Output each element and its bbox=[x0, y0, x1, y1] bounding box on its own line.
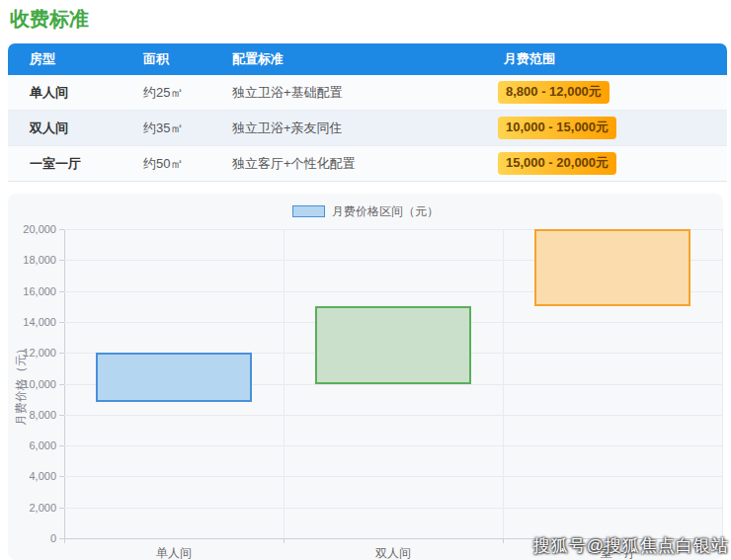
config-cell: 独立客厅+个性化配置 bbox=[210, 146, 482, 182]
y-axis-tick bbox=[59, 384, 64, 385]
header-room-type: 房型 bbox=[8, 43, 122, 75]
gridline bbox=[284, 229, 284, 538]
x-axis-tick bbox=[284, 538, 284, 543]
y-axis-tick bbox=[59, 260, 64, 261]
y-axis-tick bbox=[59, 353, 64, 354]
x-category-label: 双人间 bbox=[284, 545, 503, 560]
x-axis-tick bbox=[64, 538, 65, 543]
area-cell: 约25㎡ bbox=[122, 75, 210, 111]
gridline bbox=[722, 229, 723, 538]
chart-plot: 月费价格（元） 02,0004,0006,0008,00010,00012,00… bbox=[64, 229, 722, 538]
fee-badge: 15,000 - 20,000元 bbox=[498, 152, 616, 175]
x-category-label: 单人间 bbox=[64, 545, 284, 560]
header-fee-range: 月费范围 bbox=[482, 43, 727, 75]
header-config: 配置标准 bbox=[210, 43, 482, 75]
y-tick-label: 0 bbox=[5, 532, 56, 544]
y-axis-tick bbox=[59, 322, 64, 323]
range-bar-单人间[interactable] bbox=[96, 353, 252, 402]
range-bar-一室一厅[interactable] bbox=[534, 229, 690, 306]
table-row: 双人间 约35㎡ 独立卫浴+亲友同住 10,000 - 15,000元 bbox=[8, 111, 727, 146]
gridline bbox=[64, 476, 722, 477]
y-tick-label: 6,000 bbox=[5, 440, 56, 451]
fee-badge: 10,000 - 15,000元 bbox=[498, 117, 616, 139]
area-cell: 约50㎡ bbox=[122, 146, 210, 182]
fee-range-chart: 月费价格区间（元） 月费价格（元） 02,0004,0006,0008,0001… bbox=[8, 194, 723, 560]
gridline bbox=[64, 415, 722, 416]
legend-label: 月费价格区间（元） bbox=[332, 203, 439, 220]
x-axis-tick bbox=[503, 538, 504, 543]
y-axis-tick bbox=[59, 415, 64, 416]
y-axis-tick bbox=[59, 229, 64, 230]
gridline bbox=[64, 445, 722, 446]
fee-badge: 8,800 - 12,000元 bbox=[498, 81, 609, 104]
y-axis-tick bbox=[59, 476, 64, 477]
table-row: 一室一厅 约50㎡ 独立客厅+个性化配置 15,000 - 20,000元 bbox=[8, 146, 727, 182]
room-type-cell: 单人间 bbox=[8, 75, 122, 111]
room-type-cell: 一室一厅 bbox=[8, 146, 122, 182]
y-tick-label: 20,000 bbox=[5, 223, 56, 235]
chart-legend[interactable]: 月费价格区间（元） bbox=[8, 203, 723, 219]
y-tick-label: 10,000 bbox=[5, 378, 56, 390]
area-cell: 约35㎡ bbox=[122, 111, 210, 146]
gridline bbox=[503, 229, 504, 538]
y-tick-label: 8,000 bbox=[5, 409, 56, 421]
y-tick-label: 14,000 bbox=[5, 316, 56, 328]
fee-cell: 10,000 - 15,000元 bbox=[482, 111, 727, 146]
table-row: 单人间 约25㎡ 独立卫浴+基础配置 8,800 - 12,000元 bbox=[8, 75, 727, 111]
fee-cell: 15,000 - 20,000元 bbox=[482, 146, 727, 182]
fee-table: 房型 面积 配置标准 月费范围 单人间 约25㎡ 独立卫浴+基础配置 8,800… bbox=[8, 43, 727, 182]
y-axis-tick bbox=[59, 445, 64, 446]
range-bar-双人间[interactable] bbox=[315, 306, 471, 383]
y-tick-label: 18,000 bbox=[5, 254, 56, 266]
y-axis-tick bbox=[59, 291, 64, 292]
page-title: 收费标准 bbox=[10, 7, 731, 31]
gridline bbox=[64, 508, 722, 509]
legend-swatch-icon bbox=[292, 205, 325, 217]
table-header-row: 房型 面积 配置标准 月费范围 bbox=[8, 43, 727, 75]
y-tick-label: 12,000 bbox=[5, 347, 56, 359]
config-cell: 独立卫浴+亲友同住 bbox=[210, 111, 482, 146]
watermark: 搜狐号@搜狐焦点白银站 bbox=[533, 534, 729, 557]
y-tick-label: 4,000 bbox=[5, 470, 56, 482]
header-area: 面积 bbox=[122, 43, 210, 75]
y-tick-label: 16,000 bbox=[5, 285, 56, 297]
fee-cell: 8,800 - 12,000元 bbox=[482, 75, 727, 111]
y-tick-label: 2,000 bbox=[5, 502, 56, 514]
room-type-cell: 双人间 bbox=[8, 111, 122, 146]
config-cell: 独立卫浴+基础配置 bbox=[210, 75, 482, 111]
y-axis-tick bbox=[59, 508, 64, 509]
